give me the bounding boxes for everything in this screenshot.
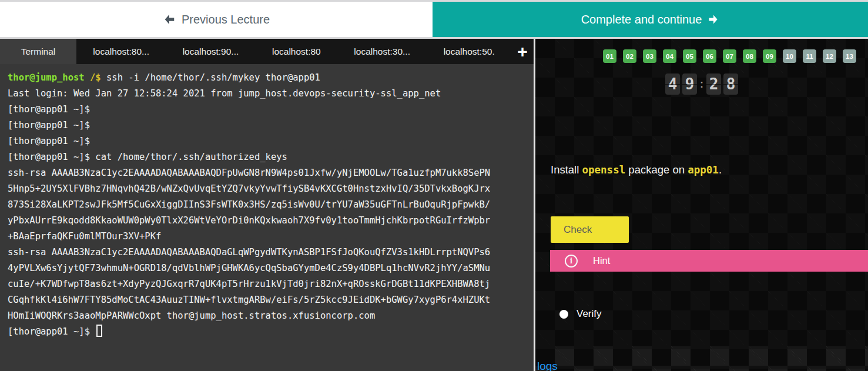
countdown-timer: 4 9 : 2 8 [535,73,868,95]
step-badge-row: 01020304050607080910111213 [603,49,856,63]
mosaic-pattern [535,346,868,371]
hint-button[interactable]: i Hint [550,250,868,272]
timer-separator: : [700,78,703,91]
previous-lecture-button[interactable]: Previous Lecture [0,2,433,37]
task-code-package: openssl [582,164,625,176]
step-badge-10[interactable]: 10 [783,49,796,63]
top-navigation-bar: Previous Lecture Complete and continue [0,0,868,39]
terminal-line: 5Hnp5+2UY5XlFVBhz7HNqvhQ42B/wNZxQvUvqEtY… [8,181,526,197]
step-badge-11[interactable]: 11 [803,49,816,63]
terminal-line: ssh-rsa AAAAB3NzaC1yc2EAAAADAQABAAABAQDF… [8,165,526,181]
terminal-line: 873Si28XaLKPT2swJFk5Mf5CuGxXiggDIInS3FsW… [8,197,526,213]
task-text: . [719,163,722,176]
verify-radio-icon [559,310,568,319]
arrow-right-icon [708,14,719,25]
terminal-line: [thor@app01 ~]$ [8,324,526,340]
verify-radio-row[interactable]: Verify [559,308,602,320]
check-button[interactable]: Check [551,216,629,243]
terminal-line: +BAaEprfaQKFu0mlMTOur3XV+PKf [8,229,526,245]
terminal-line: [thor@app01 ~]$ [8,133,526,149]
timer-digit: 9 [682,73,697,95]
terminal-line: HOmIiWOQRKrs3aaoMpPARWWcOxpt thor@jump_h… [8,308,526,324]
timer-digit: 4 [665,73,680,95]
terminal-output[interactable]: thor@jump_host /$ ssh -i /home/thor/.ssh… [0,64,534,371]
tab-localhost-90-[interactable]: localhost:90... [166,39,255,64]
step-badge-09[interactable]: 09 [763,49,776,63]
step-badge-04[interactable]: 04 [663,49,676,63]
terminal-line: [thor@app01 ~]$ [8,102,526,118]
task-text: Install [551,163,582,176]
terminal-tab-bar: Terminallocalhost:80...localhost:90...lo… [0,39,534,64]
terminal-column: Terminallocalhost:80...localhost:90...lo… [0,39,534,371]
terminal-line: [thor@app01 ~]$ [8,118,526,133]
terminal-line: 4yPVLXw6sYjytQF73whmuN+OGRD18/qdVblhWPjG… [8,260,526,276]
timer-digit: 8 [723,73,738,95]
tab-localhost-50-[interactable]: localhost:50. [427,39,511,64]
step-badge-07[interactable]: 07 [723,49,736,63]
logs-link[interactable]: logs [537,360,558,371]
timer-digit: 2 [706,73,721,95]
hint-label: Hint [593,255,610,266]
complete-and-continue-label: Complete and continue [581,13,702,26]
step-badge-06[interactable]: 06 [703,49,716,63]
terminal-line: thor@jump_host /$ ssh -i /home/thor/.ssh… [8,70,526,86]
complete-and-continue-button[interactable]: Complete and continue [433,2,868,37]
tab-localhost-80[interactable]: localhost:80 [256,39,337,64]
terminal-line: ssh-rsa AAAAB3NzaC1yc2EAAAADAQABAAABAQDa… [8,245,526,260]
step-badge-12[interactable]: 12 [823,49,836,63]
step-badge-02[interactable]: 02 [623,49,636,63]
terminal-line: Last login: Wed Jan 27 12:58:24 2021 fro… [8,86,526,102]
task-code-host: app01 [688,164,719,176]
arrow-left-icon [163,13,176,26]
terminal-cursor [96,325,102,337]
task-description: Install openssl package on app01. [551,163,722,176]
terminal-line: cuIe/+K7WDfwpT8as6zt+XdyPyzQJGxqrR7qUK4p… [8,276,526,292]
previous-lecture-label: Previous Lecture [182,13,270,26]
terminal-line: [thor@app01 ~]$ cat /home/thor/.ssh/auth… [8,149,526,165]
step-badge-03[interactable]: 03 [643,49,656,63]
step-badge-05[interactable]: 05 [683,49,696,63]
verify-label: Verify [577,308,602,320]
task-panel: 01020304050607080910111213 4 9 : 2 8 Ins… [534,39,868,371]
tab-terminal[interactable]: Terminal [0,39,76,64]
lab-environment: Previous Lecture Complete and continue T… [0,0,868,371]
terminal-line: CGqhfkKl4i6hW7FTY85dMoCtAC43AuuzTINW+flv… [8,292,526,308]
task-text: package on [625,163,688,176]
tab-localhost-80-[interactable]: localhost:80... [76,39,166,64]
tab-localhost-30-[interactable]: localhost:30... [337,39,427,64]
step-badge-13[interactable]: 13 [843,49,856,63]
step-badge-08[interactable]: 08 [743,49,756,63]
add-tab-button[interactable]: + [511,39,534,64]
info-icon: i [565,255,578,268]
step-badge-01[interactable]: 01 [603,49,616,63]
terminal-line: yPbxAUrrE9kqodd8KkaoWUW0pWy0TlxX26WtVeYO… [8,213,526,229]
